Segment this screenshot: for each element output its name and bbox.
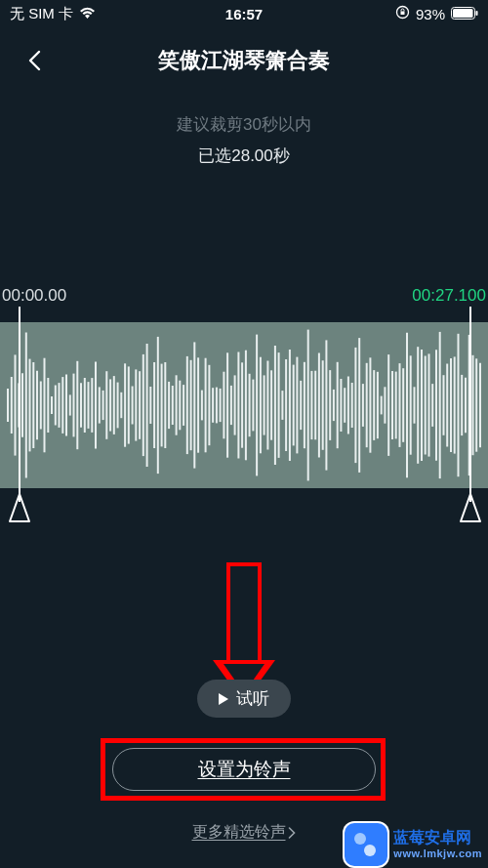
more-ringtones-label: 更多精选铃声	[192, 822, 286, 843]
trim-time-labels: 00:00.00 00:27.100	[0, 286, 488, 306]
play-icon	[219, 693, 228, 705]
watermark-text: 蓝莓安卓网 www.lmkjw.com	[393, 829, 482, 859]
trim-handle-left[interactable]	[8, 492, 31, 527]
status-left: 无 SIM 卡	[10, 5, 96, 23]
set-ringtone-button-label: 设置为铃声	[198, 757, 291, 782]
selected-duration-label: 已选28.00秒	[0, 145, 488, 167]
header: 笑傲江湖琴箫合奏	[0, 39, 488, 82]
chevron-left-icon	[27, 50, 41, 71]
status-time: 16:57	[225, 6, 263, 22]
waveform-bars	[0, 322, 488, 488]
trim-marker-left-line	[19, 307, 20, 502]
battery-icon	[451, 6, 478, 22]
watermark-badge: 蓝莓安卓网 www.lmkjw.com	[339, 819, 488, 868]
wifi-icon	[79, 6, 96, 22]
carrier-label: 无 SIM 卡	[10, 5, 73, 23]
svg-rect-1	[400, 12, 404, 16]
status-bar: 无 SIM 卡 16:57 93%	[0, 0, 488, 27]
annotation-arrow-shaft	[226, 562, 262, 666]
battery-percent: 93%	[416, 6, 445, 22]
status-right: 93%	[395, 5, 478, 22]
more-ringtones-link[interactable]: 更多精选铃声	[192, 822, 297, 843]
preview-button-label: 试听	[236, 687, 269, 710]
rotation-lock-icon	[395, 5, 410, 22]
watermark-line1: 蓝莓安卓网	[393, 829, 482, 847]
page-title: 笑傲江湖琴箫合奏	[158, 46, 330, 75]
trim-marker-right-line	[469, 307, 471, 502]
watermark-line2: www.lmkjw.com	[393, 847, 482, 860]
trim-start-time: 00:00.00	[2, 286, 66, 306]
waveform-area[interactable]	[0, 322, 488, 488]
preview-button[interactable]: 试听	[197, 680, 291, 718]
set-ringtone-button[interactable]: 设置为铃声	[112, 748, 376, 791]
trim-advice-label: 建议裁剪30秒以内	[0, 113, 488, 136]
trim-end-time: 00:27.100	[412, 286, 486, 306]
trim-handle-right[interactable]	[459, 492, 482, 527]
svg-rect-4	[476, 11, 478, 16]
svg-rect-3	[453, 9, 473, 18]
watermark-icon	[345, 823, 387, 866]
back-button[interactable]	[20, 46, 49, 75]
chevron-right-icon	[288, 827, 297, 839]
